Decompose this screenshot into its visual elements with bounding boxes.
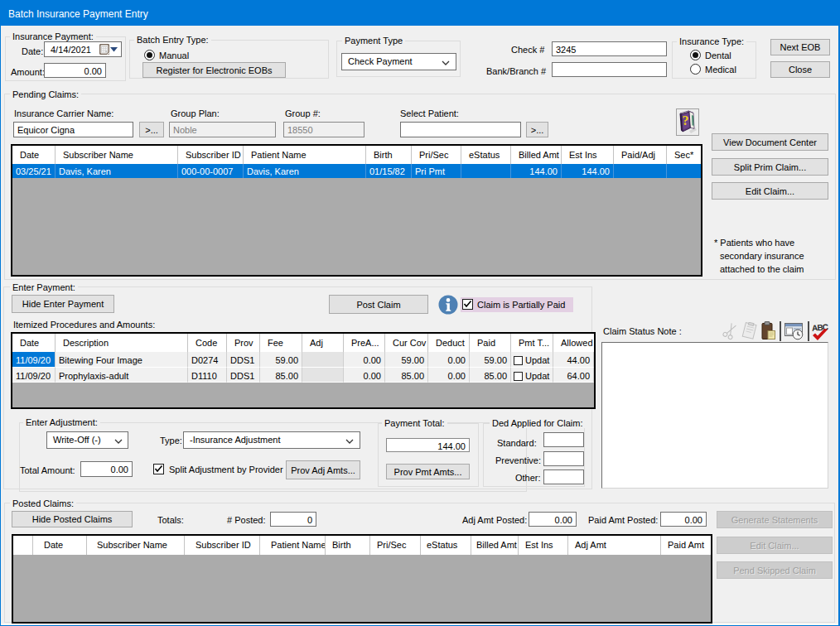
svg-text:?: ? bbox=[683, 113, 689, 128]
